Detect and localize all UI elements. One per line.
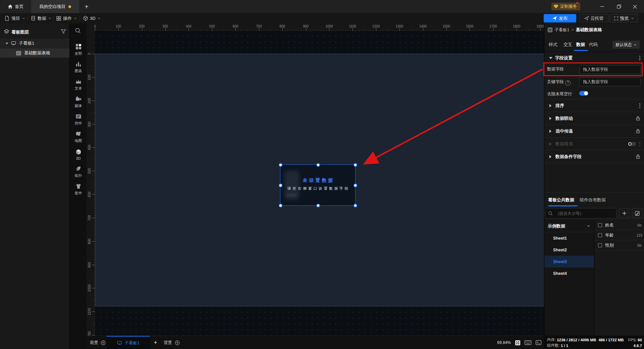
library-category-all[interactable]: 全部 — [70, 41, 87, 58]
menu-3d[interactable]: 3D — [83, 13, 101, 23]
edit-dataset-button[interactable] — [632, 208, 643, 218]
shortcut-keyboard-button[interactable] — [524, 340, 532, 346]
inspector-tab-数据[interactable]: 数据 — [576, 42, 585, 48]
table-widget-selected[interactable]: 未设置数据 请在右侧窗口设置数据字段 — [280, 164, 356, 206]
add-background-button[interactable] — [175, 336, 180, 349]
resize-handle-se[interactable] — [354, 204, 357, 207]
data-panel-tab-组件自有数据[interactable]: 组件自有数据 — [580, 197, 606, 203]
section-toggle-off[interactable] — [628, 142, 636, 146]
widget-icon — [75, 113, 82, 120]
new-tab-button[interactable]: + — [83, 3, 91, 11]
minimize-button[interactable] — [595, 0, 609, 13]
add-board-button[interactable]: + — [154, 336, 157, 349]
layer-tree-subboard[interactable]: 子看板1 — [0, 39, 69, 48]
filter-icon[interactable] — [61, 29, 66, 34]
field-checkbox[interactable] — [598, 243, 602, 247]
custom-service-button[interactable]: 定制服务 — [551, 3, 580, 10]
menu-project[interactable]: 项目 — [5, 13, 25, 23]
data-field-label: 数据字段 — [547, 66, 564, 72]
canvas-viewport[interactable]: 未设置数据 请在右侧窗口设置数据字段 — [95, 31, 544, 336]
library-category-kit[interactable]: 套件 — [70, 181, 87, 198]
library-category-label: 套件 — [75, 191, 82, 196]
section-选中传递[interactable]: 选中传递 — [544, 125, 644, 138]
data-panel-tab-看板公共数据[interactable]: 看板公共数据 — [548, 197, 574, 203]
section-数据筛选[interactable]: 数据筛选 — [544, 138, 644, 150]
lock-icon — [636, 129, 640, 134]
help-icon[interactable]: ? — [565, 80, 571, 86]
kebab-menu-icon[interactable] — [639, 103, 640, 108]
library-category-widget[interactable]: 控件 — [70, 111, 87, 128]
board-tab-active[interactable]: 子看板1 — [107, 336, 150, 349]
close-button[interactable] — [628, 0, 642, 13]
section-label: 数据联动 — [555, 115, 573, 121]
field-type: 123 — [636, 233, 642, 237]
fit-view-button[interactable] — [514, 340, 521, 346]
resize-handle-n[interactable] — [316, 163, 320, 167]
section-数据联动[interactable]: 数据联动 — [544, 112, 644, 125]
publish-button[interactable]: 发布 — [544, 14, 576, 22]
resize-handle-ne[interactable] — [354, 163, 357, 167]
field-item-年龄[interactable]: 年龄 123 — [594, 230, 644, 240]
section-数据条件字段[interactable]: 数据条件字段 — [544, 150, 644, 163]
section-排序[interactable]: 排序 — [544, 99, 644, 112]
library-category-3d[interactable]: 3D — [70, 146, 87, 163]
field-settings-header[interactable]: 字段设置 — [544, 54, 644, 62]
field-checkbox[interactable] — [598, 233, 602, 237]
sheet-item-Sheet4[interactable]: Sheet4 — [544, 267, 594, 279]
main-toolbar: 项目 数据 操作 3D 发布 云托管 — [0, 13, 644, 24]
resize-handle-nw[interactable] — [279, 163, 282, 167]
sheet-item-Sheet3[interactable]: Sheet3 — [544, 256, 594, 267]
table-icon — [16, 51, 21, 55]
menu-operations[interactable]: 操作 — [56, 13, 77, 23]
library-category-media[interactable]: 媒体 — [70, 93, 87, 111]
memory-gpu-value: 486 / 1722 MB — [598, 338, 624, 342]
components-label: 组件数: — [547, 343, 560, 348]
dataset-dropdown[interactable]: 示例数据 — [544, 220, 594, 232]
vertical-ruler: 0100200300400500600700800900100011001200 — [87, 31, 95, 336]
resize-handle-s[interactable] — [316, 204, 320, 207]
library-category-text[interactable]: 文本 — [70, 76, 87, 93]
preview-button[interactable]: 预览 — [609, 14, 638, 22]
kebab-menu-icon[interactable] — [639, 142, 640, 146]
dataset-search-input[interactable] — [555, 211, 613, 216]
state-dropdown[interactable]: 默认状态 — [612, 41, 640, 49]
resize-handle-w[interactable] — [279, 184, 282, 187]
cloud-host-label: 云托管 — [591, 15, 604, 21]
resize-handle-sw[interactable] — [279, 204, 282, 207]
add-foreground-button[interactable] — [101, 336, 106, 349]
inspector-tab-样式[interactable]: 样式 — [549, 42, 557, 48]
inspector-tab-代码[interactable]: 代码 — [589, 42, 598, 48]
sheet-item-Sheet2[interactable]: Sheet2 — [544, 244, 594, 256]
resize-handle-e[interactable] — [354, 184, 357, 187]
menu-data[interactable]: 数据 — [31, 13, 51, 23]
library-category-map[interactable]: 地图 — [70, 128, 87, 146]
home-tab[interactable]: 首页 — [0, 0, 31, 13]
layer-tree-table-component[interactable]: 基础数据表格 — [0, 48, 69, 58]
add-dataset-button[interactable] — [619, 208, 630, 218]
trim-blank-rows-toggle[interactable] — [579, 91, 588, 96]
field-item-性别[interactable]: 性别 Str. — [594, 240, 644, 250]
plus-circle-icon — [175, 340, 180, 345]
data-source-panel: 看板公共数据组件自有数据 示例数据 Sheet1Sheet2Sheet3Shee… — [544, 192, 644, 336]
key-field-dropzone[interactable]: 拖入数据字段 — [579, 78, 641, 86]
paper-plane-icon — [552, 16, 557, 20]
field-item-姓名[interactable]: 姓名 Str. — [594, 220, 644, 230]
inspector-tab-交互[interactable]: 交互 — [564, 42, 572, 48]
media-camera-icon — [75, 96, 82, 102]
keyboard-icon — [525, 340, 531, 345]
search-icon[interactable] — [75, 28, 81, 34]
sheet-item-Sheet1[interactable]: Sheet1 — [544, 232, 594, 244]
library-category-topology[interactable]: 拓扑 — [70, 163, 87, 181]
cloud-host-button[interactable]: 云托管 — [579, 14, 609, 22]
chevron-down-icon — [48, 17, 51, 20]
field-checkbox[interactable] — [598, 223, 602, 227]
console-button[interactable] — [535, 340, 542, 346]
data-field-dropzone[interactable]: 拖入数据字段 — [579, 65, 641, 74]
library-category-chart[interactable]: 图表 — [70, 58, 87, 76]
inspector-panel: 子看板1 > 基础数据表格 默认状态 样式交互数据代码 字段设置 数据字段 拖入… — [544, 23, 644, 336]
project-tab[interactable]: 我的空白项目 — [31, 0, 79, 13]
chevron-down-icon — [74, 17, 77, 20]
breadcrumb-parent[interactable]: 子看板1 — [554, 27, 569, 33]
restore-button[interactable] — [611, 0, 626, 13]
kebab-menu-icon[interactable] — [639, 56, 640, 60]
